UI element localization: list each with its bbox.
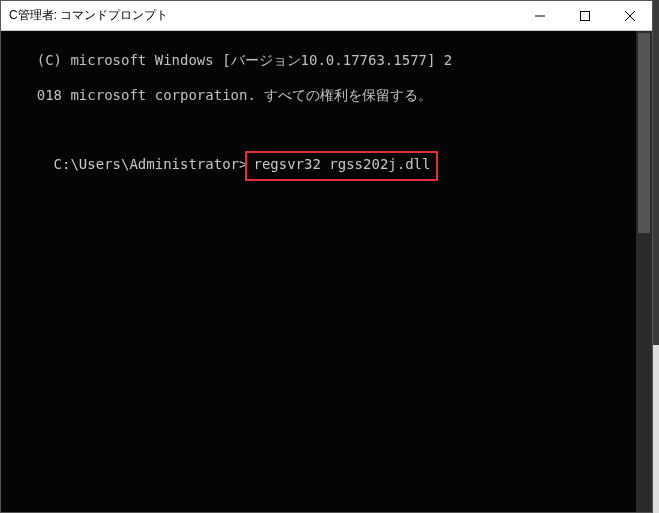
window-title: C管理者: コマンドプロンプト [9, 7, 517, 24]
minimize-button[interactable] [517, 1, 562, 30]
command-text: regsvr32 rgss202j.dll [253, 156, 430, 172]
minimize-icon [535, 11, 545, 21]
maximize-icon [580, 11, 590, 21]
prompt-line: C:\Users\Administrator>regsvr32 rgss202j… [3, 134, 650, 199]
copyright-line-1: (C) microsoft Windows [バージョン10.0.17763.1… [37, 52, 453, 68]
window-controls [517, 1, 652, 30]
command-highlight: regsvr32 rgss202j.dll [245, 151, 438, 181]
svg-rect-1 [580, 11, 589, 20]
close-button[interactable] [607, 1, 652, 30]
outer-scrollbar [653, 345, 659, 513]
command-prompt-window: C管理者: コマンドプロンプト (C) microsoft Windows [バ… [0, 0, 653, 513]
maximize-button[interactable] [562, 1, 607, 30]
close-icon [625, 11, 635, 21]
copyright-line-2: 018 microsoft corporation. すべての権利を保留する。 [37, 87, 433, 103]
terminal-scrollbar[interactable] [636, 31, 652, 512]
titlebar[interactable]: C管理者: コマンドプロンプト [1, 1, 652, 31]
prompt-text: C:\Users\Administrator> [54, 156, 248, 172]
scrollbar-thumb[interactable] [638, 33, 650, 233]
terminal-area[interactable]: (C) microsoft Windows [バージョン10.0.17763.1… [1, 31, 652, 512]
